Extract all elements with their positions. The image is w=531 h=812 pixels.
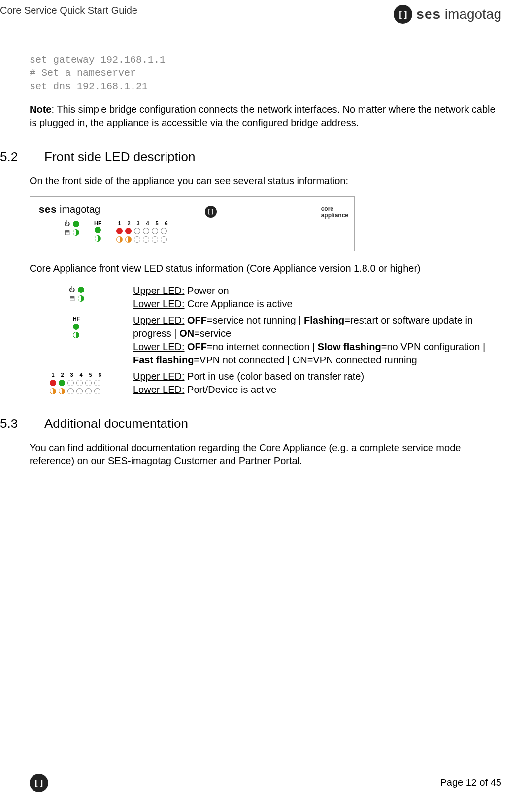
led-dot <box>161 236 167 243</box>
panel-led-area: ⏻ ▤ HF 1 2 3 4 5 6 <box>64 220 345 243</box>
section-number: 5.2 <box>0 149 30 164</box>
led-dot <box>134 236 140 243</box>
port-num: 3 <box>68 372 75 378</box>
led-dot <box>73 324 79 330</box>
led-dot <box>50 388 56 394</box>
desc-text: =service not running | <box>207 315 304 325</box>
front-panel-caption: Core Appliance front view LED status inf… <box>30 262 501 275</box>
led-desc: Upper LED: OFF=service not running | Fla… <box>133 314 501 367</box>
led-dot <box>152 236 158 243</box>
label-upper: Upper LED: <box>133 371 185 382</box>
led-dot <box>116 236 123 243</box>
section-5-2-intro: On the front side of the appliance you c… <box>30 174 501 188</box>
led-dot <box>73 229 79 236</box>
panel-hf-block: HF <box>94 220 101 243</box>
panel-brand-ses: ses <box>39 204 57 215</box>
panel-power-block: ⏻ ▤ <box>64 220 79 243</box>
led-dot <box>85 380 92 386</box>
kw-flashing: Flashing <box>304 315 344 325</box>
led-dot <box>95 227 101 233</box>
footer-badge-icon: [] <box>30 774 48 792</box>
kw-slow-flashing: Slow flashing <box>318 341 381 352</box>
port-num: 1 <box>50 372 57 378</box>
led-dot <box>59 388 65 394</box>
brand-ses: ses <box>416 6 441 22</box>
section-5-2-heading: 5.2 Front side LED description <box>0 149 501 164</box>
label-lower: Lower LED: <box>133 384 185 395</box>
port-num: 2 <box>126 220 133 226</box>
section-number: 5.3 <box>0 416 30 431</box>
port-num: 4 <box>144 220 151 226</box>
led-dot <box>125 236 132 243</box>
port-num: 5 <box>87 372 94 378</box>
led-dot <box>161 228 167 234</box>
hf-label: HF <box>73 316 80 322</box>
led-dot <box>78 287 84 293</box>
port-num: 5 <box>154 220 161 226</box>
brand-logo: [] ses imagotag <box>394 5 501 24</box>
section-5-3-heading: 5.3 Additional documentation <box>0 416 501 431</box>
led-dot <box>125 228 132 234</box>
panel-right-l2: appliance <box>321 212 348 219</box>
led-dot <box>73 332 79 338</box>
led-dot <box>50 380 56 386</box>
port-num: 6 <box>97 372 103 378</box>
led-dot <box>67 388 74 394</box>
label-upper: Upper LED: <box>133 315 185 325</box>
disk-icon: ▤ <box>64 229 70 236</box>
led-dot <box>143 228 149 234</box>
led-dot <box>94 380 100 386</box>
led-dot <box>85 388 92 394</box>
led-icon-cell: 1 2 3 4 5 6 <box>30 370 123 394</box>
port-num: 4 <box>78 372 85 378</box>
desc-text: Power on <box>185 285 229 296</box>
label-upper: Upper LED: <box>133 285 185 296</box>
desc-text: =service <box>194 328 231 339</box>
note-label: Note <box>30 104 51 115</box>
led-dot <box>94 388 100 394</box>
front-panel-figure: ses imagotag [] core appliance ⏻ ▤ HF <box>30 196 355 251</box>
section-title: Additional documentation <box>44 416 188 431</box>
page-content: set gateway 192.168.1.1 # Set a nameserv… <box>0 53 501 468</box>
panel-brand: ses imagotag <box>39 204 100 215</box>
page-header: Core Service Quick Start Guide [] ses im… <box>0 5 501 29</box>
led-dot <box>95 235 101 242</box>
table-row: HF Upper LED: OFF=service not running | … <box>30 314 501 367</box>
desc-text: =no internet connection | <box>207 341 318 352</box>
led-dot <box>143 236 149 243</box>
brand-badge-icon: [] <box>394 5 412 24</box>
led-dot <box>152 228 158 234</box>
kw-on: ON <box>179 328 194 339</box>
label-lower: Lower LED: <box>133 298 185 309</box>
led-icon-cell: ⏻ ▤ <box>30 284 123 302</box>
brand-imagotag: imagotag <box>445 6 501 22</box>
code-block: set gateway 192.168.1.1 # Set a nameserv… <box>30 53 501 93</box>
port-num: 3 <box>135 220 142 226</box>
led-dot <box>78 295 84 302</box>
port-num: 6 <box>163 220 170 226</box>
led-icon-cell: HF <box>30 314 123 338</box>
power-icon: ⏻ <box>64 220 70 227</box>
led-dot <box>76 380 83 386</box>
disk-icon: ▤ <box>68 295 75 302</box>
desc-text: =no VPN configuration | <box>381 341 485 352</box>
label-lower: Lower LED: <box>133 341 185 352</box>
led-dot <box>134 228 140 234</box>
led-dot <box>76 388 83 394</box>
led-dot <box>73 221 79 227</box>
table-row: ⏻ ▤ Upper LED: Power on Lower LED: Core … <box>30 284 501 311</box>
desc-text: =VPN not connected | ON=VPN connected ru… <box>194 355 417 365</box>
panel-center-badge-icon: [] <box>205 206 217 218</box>
panel-ports-block: 1 2 3 4 5 6 <box>116 220 170 243</box>
note-text: : This simple bridge configuration conne… <box>30 104 496 128</box>
desc-text: Core Appliance is active <box>185 298 293 309</box>
port-num: 1 <box>116 220 123 226</box>
note-paragraph: Note: This simple bridge configuration c… <box>30 103 501 130</box>
kw-off: OFF <box>187 315 207 325</box>
section-title: Front side LED description <box>44 149 195 164</box>
power-icon: ⏻ <box>68 286 75 293</box>
hf-label: HF <box>94 220 101 226</box>
document-title: Core Service Quick Start Guide <box>0 5 137 16</box>
panel-right-label: core appliance <box>321 206 348 219</box>
panel-brand-imagotag: imagotag <box>60 204 100 215</box>
